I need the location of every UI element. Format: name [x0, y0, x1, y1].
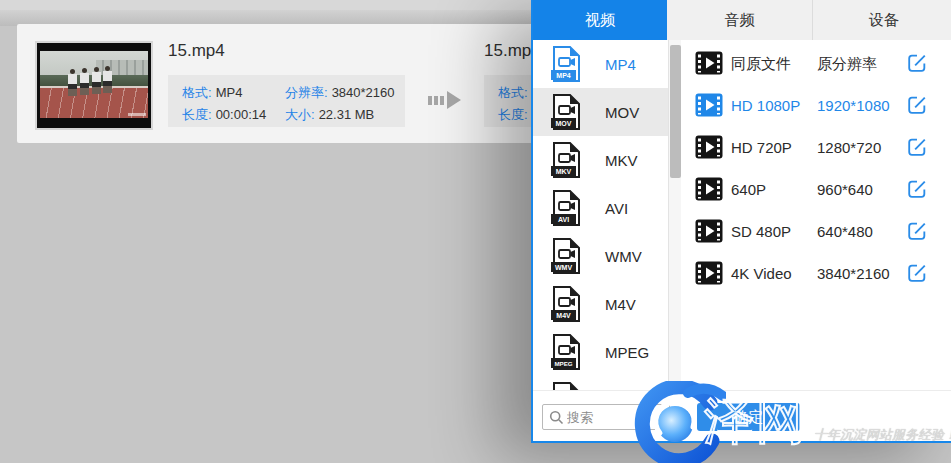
quality-item-original[interactable]: 同原文件 原分辨率: [681, 42, 951, 84]
format-item-mkv[interactable]: MKV MKV: [533, 136, 668, 184]
edit-settings-button[interactable]: [906, 136, 928, 158]
file-type-icon: WMV: [549, 236, 583, 280]
file-type-icon: MKV: [549, 140, 583, 184]
tab-video[interactable]: 视频: [533, 0, 667, 40]
edit-settings-button[interactable]: [906, 52, 928, 74]
confirm-button[interactable]: 确定: [697, 403, 800, 431]
format-item-wmv[interactable]: WMV WMV: [533, 232, 668, 280]
source-duration: 长度:00:00:14: [182, 106, 266, 124]
format-item-next[interactable]: [533, 376, 668, 390]
edit-settings-button[interactable]: [906, 94, 928, 116]
convert-arrow-icon: [428, 88, 472, 112]
thumbnail-watermark: [128, 113, 146, 116]
file-type-icon: AVI: [549, 188, 583, 232]
film-icon: [695, 93, 723, 121]
file-type-icon: MPEG: [549, 332, 583, 376]
quality-list: 同原文件 原分辨率: [681, 40, 951, 390]
svg-text:M4V: M4V: [556, 312, 571, 319]
dialog-tabbar: 视频 音频 设备: [533, 0, 951, 40]
file-type-icon: MOV: [549, 92, 583, 136]
search-icon: [549, 410, 564, 425]
video-thumbnail: [35, 41, 153, 130]
svg-text:MPEG: MPEG: [554, 360, 572, 367]
tab-device[interactable]: 设备: [812, 0, 951, 40]
search-input[interactable]: [567, 405, 667, 429]
source-format: 格式:MP4: [182, 84, 242, 102]
svg-text:MKV: MKV: [556, 168, 572, 175]
svg-text:MP4: MP4: [556, 72, 571, 79]
quality-item-hd720p[interactable]: HD 720P 1280*720: [681, 126, 951, 168]
film-icon: [695, 177, 723, 205]
video-thumbnail-image: [40, 51, 148, 118]
file-type-icon: M4V: [549, 284, 583, 328]
svg-text:MOV: MOV: [556, 120, 572, 127]
film-icon: [695, 135, 723, 163]
format-select-dialog: 视频 音频 设备 MP4: [531, 0, 951, 443]
source-size: 大小:22.31 MB: [285, 106, 374, 124]
edit-settings-button[interactable]: [906, 220, 928, 242]
svg-text:WMV: WMV: [555, 264, 572, 271]
format-item-m4v[interactable]: M4V M4V: [533, 280, 668, 328]
source-filename: 15.mp4: [168, 41, 225, 61]
film-icon: [695, 261, 723, 289]
source-resolution: 分辨率:3840*2160: [285, 84, 395, 102]
file-type-icon: [549, 380, 583, 390]
tab-audio[interactable]: 音频: [667, 0, 812, 40]
scrollbar-thumb[interactable]: [670, 45, 681, 178]
quality-item-4k[interactable]: 4K Video 3840*2160: [681, 252, 951, 294]
format-list: MP4 MP4 MOV: [533, 40, 668, 390]
format-list-scrollbar[interactable]: [668, 40, 681, 390]
format-item-avi[interactable]: AVI AVI: [533, 184, 668, 232]
film-icon: [695, 219, 723, 247]
quality-item-hd1080p[interactable]: HD 1080P 1920*1080: [681, 84, 951, 126]
format-item-mp4[interactable]: MP4 MP4: [533, 40, 668, 88]
film-icon: [695, 51, 723, 79]
file-type-icon: MP4: [549, 44, 583, 88]
source-info-box: 格式:MP4 分辨率:3840*2160 长度:00:00:14 大小:22.3…: [168, 75, 405, 127]
quality-item-sd480p[interactable]: SD 480P 640*480: [681, 210, 951, 252]
format-item-mpeg[interactable]: MPEG MPEG: [533, 328, 668, 376]
edit-settings-button[interactable]: [906, 262, 928, 284]
app-window: 15.mp4 格式:MP4 分辨率:3840*2160 长度:00:00:14 …: [0, 0, 951, 463]
edit-settings-button[interactable]: [906, 178, 928, 200]
dialog-bottom-bar: 确定: [533, 390, 951, 441]
svg-text:AVI: AVI: [558, 216, 569, 223]
quality-item-640p[interactable]: 640P 960*640: [681, 168, 951, 210]
format-item-mov[interactable]: MOV MOV: [533, 88, 668, 136]
search-box[interactable]: [542, 404, 670, 430]
